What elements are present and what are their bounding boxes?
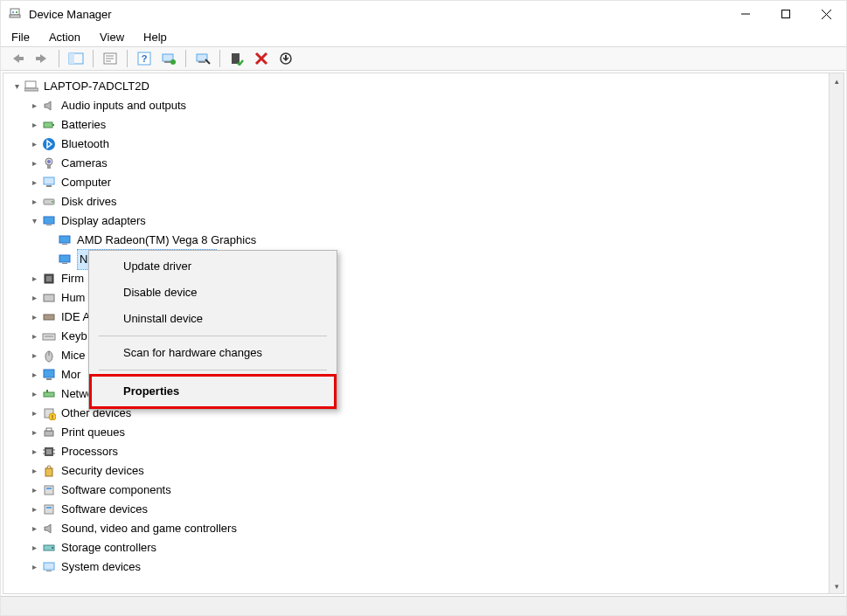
expand-icon[interactable]: ▸ <box>28 446 40 458</box>
tree-node-softcomp[interactable]: ▸ Software components <box>10 481 829 500</box>
tree-node-computer[interactable]: ▸ Computer <box>10 173 829 192</box>
svg-rect-36 <box>46 185 52 187</box>
ctx-scan-hardware[interactable]: Scan for hardware changes <box>92 340 334 366</box>
tree-node-label: Mor <box>61 365 80 384</box>
expand-icon[interactable]: ▸ <box>28 484 40 496</box>
svg-text:!: ! <box>52 414 53 420</box>
ctx-uninstall-device[interactable]: Uninstall device <box>92 306 334 332</box>
svg-rect-76 <box>46 571 52 571</box>
svg-rect-35 <box>44 177 54 184</box>
tree-node-label: Processors <box>61 442 118 461</box>
expand-icon[interactable]: ▸ <box>28 157 40 170</box>
tree-node-label: Display adapters <box>61 211 146 231</box>
uninstall-device-button[interactable] <box>250 48 273 69</box>
expand-icon[interactable]: ▸ <box>28 311 40 323</box>
tree-node-bluetooth[interactable]: ▸ Bluetooth <box>10 135 829 154</box>
expand-icon[interactable]: ▸ <box>28 119 40 131</box>
svg-rect-55 <box>44 392 54 397</box>
scan-hardware-button[interactable] <box>191 48 214 69</box>
svg-rect-29 <box>44 122 52 128</box>
chip-icon <box>42 272 56 286</box>
ide-icon <box>42 310 56 324</box>
expand-icon[interactable]: ▸ <box>28 465 40 477</box>
tree-node-printqueues[interactable]: ▸ Print queues <box>10 423 829 442</box>
expand-icon[interactable]: ▸ <box>28 523 40 535</box>
expand-icon[interactable]: ▸ <box>28 138 40 150</box>
tree-node-sound[interactable]: ▸ Sound, video and game controllers <box>10 519 829 538</box>
enable-device-button[interactable] <box>226 48 248 69</box>
expand-icon[interactable]: ▸ <box>28 330 40 343</box>
svg-rect-28 <box>24 88 38 91</box>
tree-node-storage[interactable]: ▸ Storage controllers <box>10 538 829 557</box>
svg-rect-54 <box>46 378 52 380</box>
display-adapter-icon <box>58 253 72 266</box>
expand-icon[interactable]: ▸ <box>28 388 40 400</box>
tree-root-label: LAPTOP-7ADCLT2D <box>44 77 149 96</box>
tree-node-disk[interactable]: ▸ Disk drives <box>10 192 829 211</box>
tree-node-softdev[interactable]: ▸ Software devices <box>10 500 829 519</box>
scroll-down-icon[interactable]: ▾ <box>830 578 844 593</box>
maximize-button[interactable] <box>766 1 806 27</box>
update-driver-button[interactable] <box>157 48 180 69</box>
svg-rect-46 <box>46 276 52 281</box>
ctx-disable-device[interactable]: Disable device <box>92 280 334 306</box>
security-icon <box>42 464 56 478</box>
expand-icon[interactable]: ▸ <box>28 176 40 189</box>
back-button[interactable] <box>6 48 29 69</box>
close-button[interactable] <box>806 1 846 27</box>
cpu-icon <box>42 445 56 459</box>
menu-action[interactable]: Action <box>45 29 84 45</box>
expand-icon[interactable]: ▸ <box>28 561 40 573</box>
svg-rect-47 <box>44 294 54 301</box>
menu-file[interactable]: File <box>8 29 33 45</box>
menu-help[interactable]: Help <box>140 29 170 45</box>
tree-node-security[interactable]: ▸ Security devices <box>10 461 829 481</box>
scroll-up-icon[interactable]: ▴ <box>830 73 844 88</box>
ctx-divider <box>99 336 327 336</box>
tree-node-system[interactable]: ▸ System devices <box>10 557 829 577</box>
svg-rect-34 <box>47 165 51 169</box>
expand-icon[interactable]: ▸ <box>28 273 40 285</box>
desktop-icon <box>42 176 56 190</box>
help-button[interactable]: ? <box>133 48 156 69</box>
tree-node-label: Mice <box>61 346 85 365</box>
hid-icon <box>42 291 56 305</box>
collapse-icon[interactable]: ▾ <box>10 80 23 93</box>
menu-view[interactable]: View <box>96 29 128 45</box>
expand-icon[interactable]: ▸ <box>28 407 40 419</box>
tree-node-audio[interactable]: ▸ Audio inputs and outputs <box>10 96 829 115</box>
display-adapter-icon <box>58 233 72 247</box>
expand-icon[interactable]: ▸ <box>28 542 40 554</box>
svg-rect-53 <box>44 370 54 377</box>
svg-rect-5 <box>782 10 790 18</box>
tree-node-display[interactable]: ▾ Display adapters <box>10 211 829 231</box>
tree-node-label: Batteries <box>61 115 106 135</box>
title-bar: Device Manager <box>1 1 846 27</box>
disable-device-button[interactable] <box>274 48 297 69</box>
forward-button[interactable] <box>31 48 53 69</box>
expand-icon[interactable]: ▸ <box>28 350 40 362</box>
tree-node-cameras[interactable]: ▸ Cameras <box>10 154 829 173</box>
minimize-button[interactable] <box>726 1 766 27</box>
ctx-update-driver[interactable]: Update driver <box>92 253 334 280</box>
vertical-scrollbar[interactable]: ▴ ▾ <box>829 73 844 593</box>
show-hide-tree-button[interactable] <box>65 48 87 69</box>
svg-rect-70 <box>46 488 52 489</box>
expand-icon[interactable]: ▸ <box>28 292 40 304</box>
printer-icon <box>42 426 56 440</box>
expand-icon[interactable]: ▸ <box>28 426 40 439</box>
svg-rect-39 <box>44 217 54 224</box>
expand-icon[interactable]: ▸ <box>28 196 40 208</box>
tree-node-batteries[interactable]: ▸ Batteries <box>10 115 829 135</box>
tree-root[interactable]: ▾ LAPTOP-7ADCLT2D <box>10 77 829 96</box>
tree-node-processors[interactable]: ▸ Processors <box>10 442 829 461</box>
properties-button[interactable] <box>99 48 121 69</box>
tree-leaf-amd[interactable]: AMD Radeon(TM) Vega 8 Graphics <box>10 231 829 250</box>
expand-icon[interactable]: ▸ <box>28 503 40 516</box>
svg-rect-1 <box>10 15 20 17</box>
expand-icon[interactable]: ▸ <box>28 369 40 381</box>
ctx-properties[interactable]: Properties <box>92 378 334 405</box>
collapse-icon[interactable]: ▾ <box>28 215 40 227</box>
expand-icon[interactable]: ▸ <box>28 100 40 112</box>
scroll-track[interactable] <box>830 88 844 578</box>
